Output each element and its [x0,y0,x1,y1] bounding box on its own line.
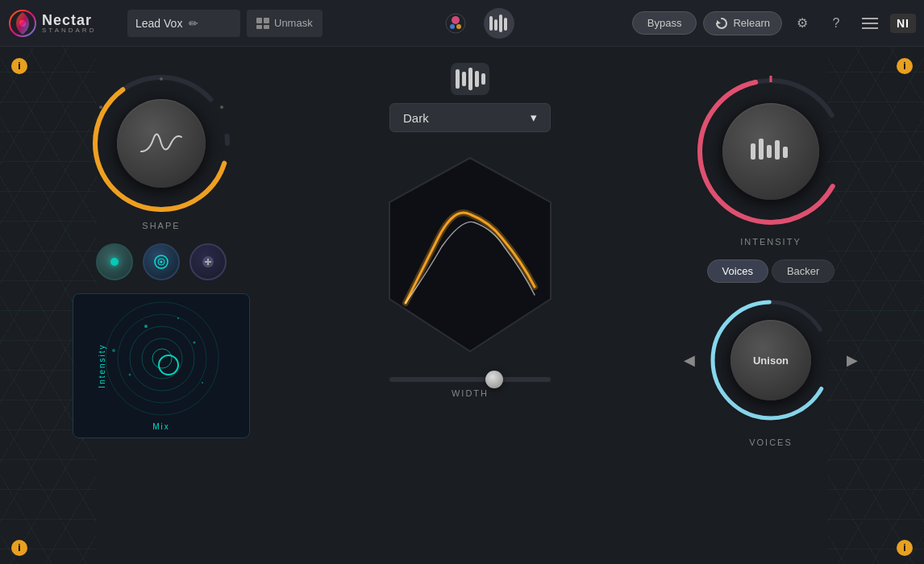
shape-knob-ring[interactable] [89,71,234,216]
svg-rect-45 [751,143,755,160]
svg-rect-5 [264,25,269,29]
shape-label: SHAPE [142,221,180,230]
svg-point-36 [129,374,131,376]
intensity-knob-ring[interactable] [690,71,851,232]
intensity-knob-icon [749,137,793,166]
width-slider-track[interactable] [389,377,551,382]
shape-knob-container: SHAPE [89,71,234,230]
svg-point-1 [19,20,26,27]
svg-point-37 [202,382,203,384]
svg-rect-49 [783,147,788,158]
unmask-icon [256,18,269,29]
svg-point-20 [160,77,163,81]
intensity-label: INTENSITY [740,237,801,247]
svg-point-7 [452,16,460,24]
menu-button[interactable] [856,10,884,37]
eq-bar-1 [456,69,460,89]
main-area: i i i i [0,47,924,564]
hamburger-icon [862,17,878,30]
dropdown-arrow: ▾ [531,110,537,125]
intensity-knob-inner[interactable] [722,103,819,200]
svg-rect-46 [759,139,764,160]
mini-knob-3[interactable] [189,243,227,280]
unmask-label: Unmask [274,17,313,29]
svg-point-38 [177,317,179,319]
svg-rect-47 [767,145,772,158]
svg-rect-2 [256,18,262,23]
mini-knob-2[interactable] [143,243,180,280]
shape-knob-inner[interactable] [117,99,206,188]
topbar-right: Bypass Relearn ⚙ ? NI [632,10,916,37]
voices-tab[interactable]: Voices [707,259,768,283]
svg-point-9 [456,24,461,29]
svg-point-21 [220,106,223,109]
backer-tab[interactable]: Backer [772,259,835,283]
right-panel: INTENSITY Voices Backer ◀ [666,63,876,548]
svg-rect-48 [775,140,780,160]
voices-knob-inner[interactable]: Unison [730,320,811,400]
voices-knob-value: Unison [753,355,789,367]
topbar: Nectar STANDARD Lead Vox ✏ Unmask [0,0,924,47]
eq-bar-3 [468,68,472,90]
svg-marker-14 [717,20,721,24]
svg-rect-3 [264,18,269,23]
eq-icon [488,15,510,32]
voices-label: VOICES [749,438,793,447]
svg-marker-41 [389,158,551,351]
style-value: Dark [403,111,429,125]
hex-visualizer[interactable] [357,142,583,367]
intensity-knob-container: INTENSITY [690,71,851,247]
style-dropdown[interactable]: Dark ▾ [389,103,551,132]
help-button[interactable]: ? [822,10,850,37]
mini-icon-2 [153,254,169,270]
voices-knob-container[interactable]: Unison [706,296,835,425]
svg-point-40 [159,355,178,375]
preset-area[interactable]: Lead Vox ✏ [127,10,240,37]
eq-mode-icon[interactable] [451,63,489,95]
svg-point-34 [144,325,148,328]
nav-assistant-button[interactable] [440,8,471,39]
settings-button[interactable]: ⚙ [789,10,816,37]
mini-icon-3 [200,254,216,270]
svg-rect-4 [256,25,262,29]
nav-eq-button[interactable] [484,8,514,39]
edit-icon[interactable]: ✏ [189,17,198,30]
width-label: WIDTH [452,388,489,398]
width-slider-thumb[interactable] [485,371,503,388]
mix-pad[interactable]: Intensity Mix [73,293,250,438]
voices-next-button[interactable]: ▶ [843,351,861,369]
logo-title: Nectar [42,13,96,27]
topbar-center [329,8,626,39]
svg-rect-10 [489,16,493,31]
voices-prev-button[interactable]: ◀ [681,351,698,369]
ni-badge: NI [890,14,916,33]
mini-knob-1[interactable] [96,243,133,280]
svg-rect-13 [504,18,507,31]
relearn-icon [715,17,728,30]
logo-subtitle: STANDARD [42,27,96,34]
mix-x-label: Mix [152,422,170,431]
voices-backer-tabs: Voices Backer [707,259,835,283]
eq-bar-2 [462,72,466,86]
bypass-label: Bypass [647,17,682,29]
width-control: WIDTH [365,377,575,398]
bypass-button[interactable]: Bypass [632,11,697,35]
relearn-button[interactable]: Relearn [703,11,782,35]
logo-area: Nectar STANDARD [8,9,121,38]
svg-point-35 [194,342,196,344]
mix-intensity-label: Intensity [98,343,106,388]
svg-point-8 [450,24,455,29]
content-area: SHAPE [0,47,924,564]
logo-text: Nectar STANDARD [42,13,96,34]
center-panel: Dark ▾ [274,63,666,548]
eq-header: Dark ▾ [389,63,551,132]
relearn-label: Relearn [733,17,770,29]
mini-controls [96,243,227,280]
left-panel: SHAPE [48,63,274,548]
eq-bar-4 [475,71,479,87]
voices-knob-area: ◀ Unison ▶ [681,296,861,425]
preset-name: Lead Vox [135,17,182,30]
svg-rect-12 [499,15,502,32]
unmask-button[interactable]: Unmask [247,10,323,37]
svg-point-22 [99,106,102,109]
